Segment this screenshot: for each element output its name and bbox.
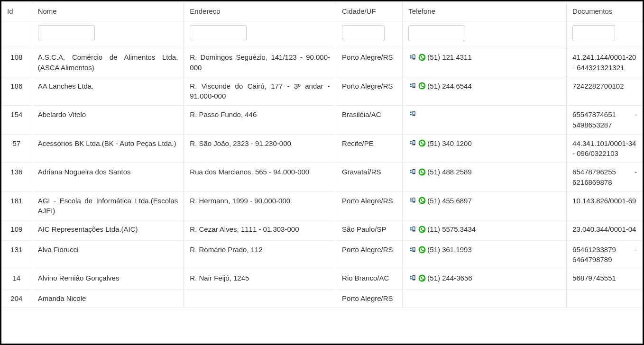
svg-rect-31 xyxy=(413,227,415,230)
cell-id: 186 xyxy=(1,77,32,106)
cell-id: 181 xyxy=(1,191,32,220)
phone-mobile-icon xyxy=(408,53,417,62)
svg-point-22 xyxy=(414,173,414,173)
table-row[interactable]: 181AGI - Escola de Informática Ltda.(Esc… xyxy=(1,191,643,220)
cell-cidade: Porto Alegre/RS xyxy=(336,77,403,106)
cell-cidade: Gravataí/RS xyxy=(336,163,403,192)
cell-documentos: 65461233879 - 6464798789 xyxy=(567,240,643,269)
filter-row xyxy=(1,21,643,48)
table-row[interactable]: 204Amanda NicolePorto Alegre/RS xyxy=(1,289,643,308)
svg-point-42 xyxy=(414,279,414,280)
telefone-text: (51) 488.2589 xyxy=(427,167,471,177)
cell-cidade: Porto Alegre/RS xyxy=(336,289,403,308)
whatsapp-icon xyxy=(418,245,426,254)
cell-telefone: (51) 340.1200 xyxy=(403,134,567,163)
cell-endereco: R. Cezar Alves, 1111 - 01.303-000 xyxy=(184,220,336,241)
cell-telefone: (51) 244-3656 xyxy=(403,269,567,290)
cell-nome: AGI - Escola de Informática Ltda.(Escola… xyxy=(32,191,184,220)
svg-point-5 xyxy=(410,84,412,85)
cell-telefone xyxy=(403,106,567,135)
filter-cidade-input[interactable] xyxy=(342,25,385,41)
cell-nome: AA Lanches Ltda. xyxy=(32,77,184,106)
cell-endereco xyxy=(184,289,336,308)
table-row[interactable]: 57Acessórios BK Ltda.(BK - Auto Peças Lt… xyxy=(1,134,643,163)
telefone-text: (51) 244.6544 xyxy=(427,81,471,91)
cell-nome: Amanda Nicole xyxy=(32,289,184,308)
whatsapp-icon xyxy=(418,196,426,205)
col-header-documentos[interactable]: Documentos xyxy=(567,1,643,21)
svg-point-0 xyxy=(410,55,412,56)
svg-rect-26 xyxy=(413,199,415,201)
cell-cidade: Porto Alegre/RS xyxy=(336,191,403,220)
table-row[interactable]: 136Adriana Nogueira dos SantosRua dos Ma… xyxy=(1,163,643,192)
table-row[interactable]: 186AA Lanches Ltda.R. Visconde do Cairú,… xyxy=(1,77,643,106)
cell-id: 131 xyxy=(1,240,32,269)
cell-id: 204 xyxy=(1,289,32,308)
svg-point-39 xyxy=(410,276,412,277)
cell-telefone: (51) 488.2589 xyxy=(403,163,567,192)
svg-point-32 xyxy=(414,230,414,231)
cell-cidade: Porto Alegre/RS xyxy=(336,240,403,269)
svg-point-17 xyxy=(414,145,414,145)
filter-nome-input[interactable] xyxy=(38,25,95,41)
cell-telefone: (51) 121.4311 xyxy=(403,48,567,77)
table-row[interactable]: 131Alva FiorucciR. Romário Prado, 112Por… xyxy=(1,240,643,269)
col-header-telefone[interactable]: Telefone xyxy=(403,1,567,21)
svg-rect-16 xyxy=(413,141,415,144)
svg-rect-41 xyxy=(413,276,415,279)
table-row[interactable]: 14Alvino Remião GonçalvesR. Nair Feijó, … xyxy=(1,269,643,290)
cell-documentos xyxy=(567,289,643,308)
whatsapp-icon xyxy=(418,82,426,90)
filter-documentos-input[interactable] xyxy=(572,25,615,41)
cell-nome: Abelardo Vitelo xyxy=(32,106,184,135)
cell-documentos: 65547874651 - 5498653287 xyxy=(567,106,643,135)
filter-telefone-input[interactable] xyxy=(408,25,465,41)
filter-endereco-input[interactable] xyxy=(190,25,247,41)
svg-point-34 xyxy=(410,247,412,249)
table-row[interactable]: 109AIC Representações Ltda.(AIC)R. Cezar… xyxy=(1,220,643,241)
svg-point-24 xyxy=(410,199,412,200)
cell-cidade: Porto Alegre/RS xyxy=(336,48,403,77)
col-header-endereco[interactable]: Endereço xyxy=(184,1,336,21)
cell-telefone: (11) 5575.3434 xyxy=(403,220,567,241)
table-row[interactable]: 154Abelardo ViteloR. Passo Fundo, 446Bra… xyxy=(1,106,643,135)
cell-telefone: (51) 244.6544 xyxy=(403,77,567,106)
col-header-cidade[interactable]: Cidade/UF xyxy=(336,1,403,21)
cell-documentos: 10.143.826/0001-69 xyxy=(567,191,643,220)
whatsapp-icon xyxy=(418,53,426,62)
phone-mobile-icon xyxy=(408,274,417,282)
cell-telefone: (51) 361.1993 xyxy=(403,240,567,269)
phone-mobile-icon xyxy=(408,82,417,90)
cell-id: 57 xyxy=(1,134,32,163)
cell-id: 136 xyxy=(1,163,32,192)
svg-rect-7 xyxy=(413,84,415,87)
cell-telefone xyxy=(403,289,567,308)
cell-endereco: R. Passo Fundo, 446 xyxy=(184,106,336,135)
svg-point-27 xyxy=(414,202,414,202)
customers-table: Id Nome Endereço Cidade/UF Telefone Docu… xyxy=(1,1,643,308)
cell-nome: AIC Representações Ltda.(AIC) xyxy=(32,220,184,241)
col-header-nome[interactable]: Nome xyxy=(32,1,184,21)
svg-point-14 xyxy=(410,141,412,143)
col-header-id[interactable]: Id xyxy=(1,1,32,21)
cell-endereco: R. São João, 2323 - 91.230-000 xyxy=(184,134,336,163)
cell-nome: Alvino Remião Gonçalves xyxy=(32,269,184,290)
cell-cidade: Recife/PE xyxy=(336,134,403,163)
telefone-text: (51) 455.6897 xyxy=(427,196,471,206)
cell-documentos: 7242282700102 xyxy=(567,77,643,106)
whatsapp-icon xyxy=(418,274,426,282)
cell-endereco: R. Nair Feijó, 1245 xyxy=(184,269,336,290)
cell-nome: Adriana Nogueira dos Santos xyxy=(32,163,184,192)
svg-point-37 xyxy=(414,251,414,251)
svg-point-13 xyxy=(414,115,414,115)
cell-nome: Alva Fiorucci xyxy=(32,240,184,269)
svg-rect-36 xyxy=(413,247,415,250)
cell-endereco: Rua dos Marcianos, 565 - 94.000-000 xyxy=(184,163,336,192)
svg-rect-2 xyxy=(413,55,415,58)
phone-mobile-icon xyxy=(408,109,417,118)
table-row[interactable]: 108A.S.C.A. Comércio de Alimentos Ltda.(… xyxy=(1,48,643,77)
cell-documentos: 41.241.144/0001-20 - 644321321321 xyxy=(567,48,643,77)
svg-point-29 xyxy=(410,227,412,228)
cell-nome: Acessórios BK Ltda.(BK - Auto Peças Ltda… xyxy=(32,134,184,163)
cell-id: 154 xyxy=(1,106,32,135)
